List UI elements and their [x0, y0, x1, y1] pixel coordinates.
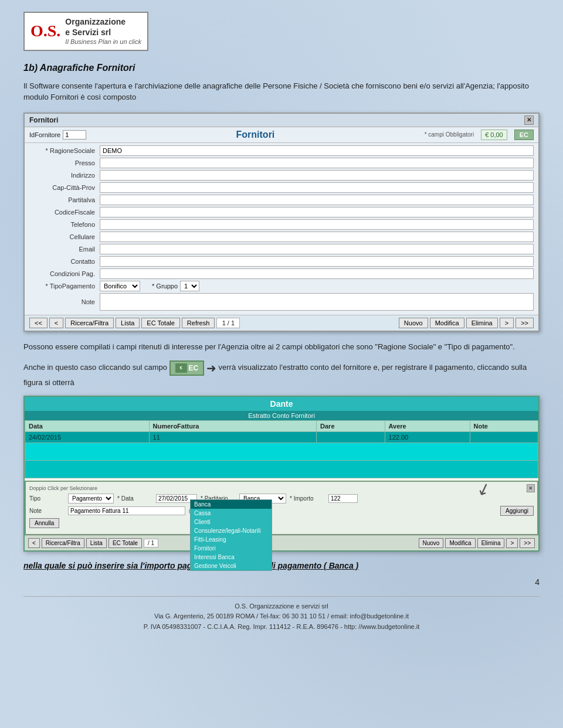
col-data: Data	[25, 420, 150, 431]
bottom-nav-first[interactable]: <	[28, 538, 40, 548]
dropdown-item-banca[interactable]: Banca	[191, 500, 272, 509]
conclusion-text: nella quale si può inserire sia l'import…	[23, 561, 540, 570]
cap-label: Cap-Città-Prov	[29, 184, 100, 191]
cellulare-label: Cellulare	[29, 233, 100, 240]
telefono-input[interactable]	[100, 219, 534, 230]
codice-fiscale-input[interactable]	[100, 207, 534, 217]
tipo-pagamento-select[interactable]: Bonifico Contanti Assegno	[100, 281, 140, 291]
indirizzo-input[interactable]	[100, 170, 534, 181]
contatto-input[interactable]	[100, 256, 534, 267]
annulla-button[interactable]: Annulla	[29, 518, 59, 528]
importo-label: * Importo	[290, 495, 325, 502]
contatto-label: Contatto	[29, 258, 100, 265]
cell-dare	[317, 431, 385, 443]
codice-fiscale-label: CodiceFiscale	[29, 209, 100, 216]
id-input[interactable]	[63, 130, 86, 140]
dropdown-item-clienti[interactable]: Clienti	[191, 518, 272, 526]
ec-total-button[interactable]: EC Totale	[141, 318, 180, 328]
body-text-2-pre: Anche in questo caso cliccando sul campo	[23, 363, 167, 372]
id-label: IdFornitore	[29, 131, 60, 138]
partita-iva-input[interactable]	[100, 195, 534, 205]
new-button[interactable]: Nuovo	[399, 318, 428, 328]
refresh-button[interactable]: Refresh	[182, 318, 215, 328]
nav-last-button[interactable]: >>	[515, 318, 534, 328]
gruppo-select[interactable]: 1 2 3	[180, 281, 199, 291]
estratto-titlebar: Dante	[25, 397, 538, 411]
importo-input[interactable]	[328, 494, 358, 503]
bottom-new[interactable]: Nuovo	[419, 538, 444, 548]
empty-cell	[25, 443, 538, 460]
estratto-table: Data NumeroFattura Dare Avere Note 24/02…	[25, 420, 538, 478]
delete-button[interactable]: Elimina	[466, 318, 498, 328]
form-body: * RagioneSociale Presso Indirizzo Cap-Ci…	[25, 143, 538, 315]
field-partita-iva: Partitalva	[29, 195, 534, 205]
window-title-text: Fornitori	[29, 116, 58, 124]
ec-inline-label: EC	[189, 363, 199, 373]
email-input[interactable]	[100, 244, 534, 254]
bottom-nav-last[interactable]: >>	[520, 538, 535, 548]
gruppo-section: * Gruppo 1 2 3	[152, 281, 199, 291]
indirizzo-label: Indirizzo	[29, 172, 100, 179]
logo-area: O.S. Organizzazionee Servizi srl Il Busi…	[23, 12, 540, 51]
field-indirizzo: Indirizzo	[29, 170, 534, 181]
note-label: Note	[29, 298, 100, 305]
modify-button[interactable]: Modifica	[430, 318, 464, 328]
field-contatto: Contatto	[29, 256, 534, 267]
close-button[interactable]: ✕	[524, 115, 534, 125]
cell-note	[470, 431, 538, 443]
ec-small-icon: €	[175, 363, 187, 373]
ec-header-button[interactable]: EC	[514, 130, 534, 140]
dropdown-item-interessi[interactable]: Interessi Banca	[191, 553, 272, 562]
note-payment-label: Note	[29, 508, 65, 514]
list-button[interactable]: Lista	[116, 318, 140, 328]
cap-input[interactable]	[100, 182, 534, 193]
col-avere: Avere	[385, 420, 470, 431]
form-header: IdFornitore Fornitori * campi Obbligator…	[25, 127, 538, 143]
dropdown-item-cassa[interactable]: Cassa	[191, 509, 272, 518]
partita-iva-label: Partitalva	[29, 196, 100, 203]
note-textarea[interactable]	[100, 293, 534, 311]
dropdown-item-fitti[interactable]: Fitti-Leasing	[191, 535, 272, 544]
field-email: Email	[29, 244, 534, 254]
table-row: 24/02/2015 11 122.00	[25, 431, 538, 443]
col-numero-fattura: NumeroFattura	[149, 420, 316, 431]
page-number: 4	[23, 577, 540, 587]
dropdown-item-veicoli[interactable]: Gestione Veicoli	[191, 562, 272, 570]
nav-next-button[interactable]: >	[500, 318, 514, 328]
footer-line2: Via G. Argenterio, 25 00189 ROMA / Tel-f…	[23, 611, 540, 622]
cellulare-input[interactable]	[100, 232, 534, 242]
dropdown-item-consulenze[interactable]: Consulenze/legali-Notarili	[191, 526, 272, 535]
nav-first-button[interactable]: <<	[29, 318, 48, 328]
note-payment-input[interactable]	[68, 506, 185, 515]
data-label: * Data	[117, 495, 152, 502]
bottom-nav-next[interactable]: >	[506, 538, 518, 548]
col-note: Note	[470, 420, 538, 431]
telefono-label: Telefono	[29, 221, 100, 228]
amount-badge: € 0,00	[481, 130, 507, 140]
bottom-modify[interactable]: Modifica	[445, 538, 475, 548]
search-button[interactable]: Ricerca/Filtra	[65, 318, 114, 328]
body-text-2: Anche in questo caso cliccando sul campo…	[23, 359, 540, 389]
payment-close-button[interactable]: ✕	[527, 484, 535, 492]
condizioni-input[interactable]	[100, 268, 534, 279]
bottom-ec-total[interactable]: EC Totale	[108, 538, 142, 548]
bottom-toolbar: < Ricerca/Filtra Lista EC Totale / 1 Nuo…	[25, 535, 538, 550]
col-dare: Dare	[317, 420, 385, 431]
dropdown-item-fornitori[interactable]: Fornitori	[191, 544, 272, 553]
payment-dialog: ✕ Doppio Click per Selezionare Tipo Paga…	[25, 481, 538, 535]
footer: O.S. Organizzazione e servizi srl Via G.…	[23, 596, 540, 632]
ragione-sociale-input[interactable]	[100, 145, 534, 156]
logo-tagline: Il Business Plan in un click	[65, 38, 141, 46]
presso-input[interactable]	[100, 158, 534, 168]
condizioni-label: Condizioni Pag.	[29, 270, 100, 277]
bottom-list[interactable]: Lista	[86, 538, 107, 548]
aggiungi-button[interactable]: Aggiungi	[500, 506, 534, 516]
bottom-search[interactable]: Ricerca/Filtra	[42, 538, 84, 548]
field-presso: Presso	[29, 158, 534, 168]
dropdown-container: Banca Cassa Clienti Consulenze/legali-No…	[190, 499, 272, 571]
fornitori-window: Fornitori ✕ IdFornitore Fornitori * camp…	[23, 113, 540, 332]
bottom-delete[interactable]: Elimina	[477, 538, 505, 548]
estratto-subtitle: Estratto Conto Fornitori	[25, 411, 538, 420]
tipo-select[interactable]: Pagamento	[68, 494, 114, 504]
nav-prev-button[interactable]: <	[49, 318, 63, 328]
